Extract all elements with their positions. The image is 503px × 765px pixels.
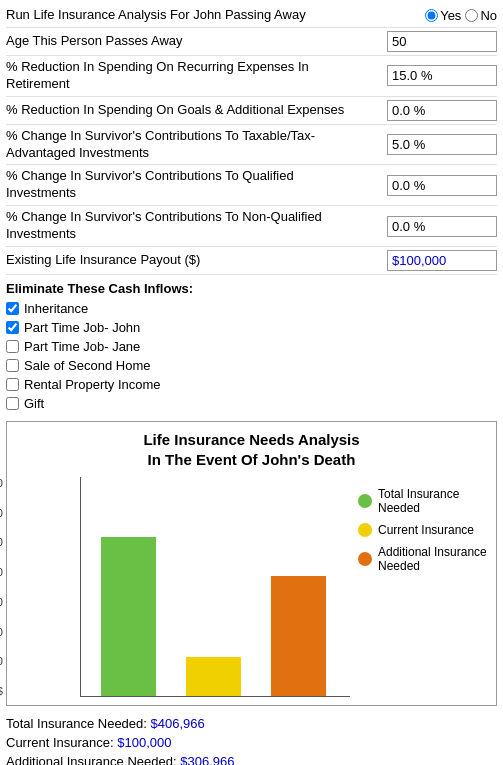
- chart-title-line2: In The Event Of John's Death: [148, 451, 356, 468]
- bars-container: [81, 477, 350, 696]
- legend-dot-0: [358, 494, 372, 508]
- chart-plot: [80, 477, 350, 697]
- chart-with-yaxis: $560,000$480,000$400,000$320,000$240,000…: [15, 477, 350, 697]
- chart-title-line1: Life Insurance Needs Analysis: [143, 431, 359, 448]
- checkbox-item-inheritance: Inheritance: [6, 299, 497, 318]
- bar-wrapper-1: [186, 477, 241, 696]
- change-taxable-input[interactable]: [387, 134, 497, 155]
- y-axis-label: $560,000: [0, 477, 3, 489]
- bar-0: [101, 537, 156, 696]
- checkbox-label-rental_income[interactable]: Rental Property Income: [24, 377, 161, 392]
- checkbox-label-inheritance[interactable]: Inheritance: [24, 301, 88, 316]
- legend-label-1: Current Insurance: [378, 523, 474, 537]
- summary-current-row: Current Insurance: $100,000: [6, 733, 497, 752]
- age-input[interactable]: [387, 31, 497, 52]
- checkbox-parttime_jane[interactable]: [6, 340, 19, 353]
- legend-item-1: Current Insurance: [358, 523, 488, 537]
- checkbox-rental_income[interactable]: [6, 378, 19, 391]
- insurance-payout-input[interactable]: [387, 250, 497, 271]
- legend-dot-1: [358, 523, 372, 537]
- checkbox-second_home[interactable]: [6, 359, 19, 372]
- checkbox-label-parttime_john[interactable]: Part Time Job- John: [24, 320, 140, 335]
- y-axis-label: $: [0, 685, 3, 697]
- chart-legend: Total Insurance NeededCurrent InsuranceA…: [358, 487, 488, 573]
- y-axis-label: $80,000: [0, 655, 3, 667]
- reduction-recurring-value-container: [357, 65, 497, 86]
- summary-total-value: $406,966: [151, 716, 205, 731]
- run-yes-label[interactable]: Yes: [425, 8, 461, 23]
- reduction-recurring-label: % Reduction In Spending On Recurring Exp…: [6, 59, 357, 93]
- reduction-goals-label: % Reduction In Spending On Goals & Addit…: [6, 102, 357, 119]
- run-no-radio[interactable]: [465, 9, 478, 22]
- chart-section: Life Insurance Needs Analysis In The Eve…: [6, 421, 497, 706]
- y-axis-label: $320,000: [0, 566, 3, 578]
- change-nonqualified-input[interactable]: [387, 216, 497, 237]
- insurance-payout-value-container: [357, 250, 497, 271]
- age-label: Age This Person Passes Away: [6, 33, 357, 50]
- reduction-recurring-input[interactable]: [387, 65, 497, 86]
- checkbox-label-parttime_jane[interactable]: Part Time Job- Jane: [24, 339, 140, 354]
- summary-additional-value: $306,966: [180, 754, 234, 765]
- legend-dot-2: [358, 552, 372, 566]
- bar-1: [186, 657, 241, 696]
- change-nonqualified-label: % Change In Survivor's Contributions To …: [6, 209, 357, 243]
- change-qualified-value-container: [357, 175, 497, 196]
- change-nonqualified-value-container: [357, 216, 497, 237]
- legend-item-0: Total Insurance Needed: [358, 487, 488, 515]
- change-qualified-input[interactable]: [387, 175, 497, 196]
- checkbox-item-parttime_john: Part Time Job- John: [6, 318, 497, 337]
- bar-wrapper-2: [271, 477, 326, 696]
- legend-label-2: Additional Insurance Needed: [378, 545, 488, 573]
- run-analysis-radio-group: Yes No: [357, 8, 497, 23]
- y-axis-label: $400,000: [0, 536, 3, 548]
- bar-2: [271, 576, 326, 696]
- age-value-container: [357, 31, 497, 52]
- checkbox-label-second_home[interactable]: Sale of Second Home: [24, 358, 150, 373]
- change-taxable-value-container: [357, 134, 497, 155]
- run-no-text: No: [480, 8, 497, 23]
- change-qualified-label: % Change In Survivor's Contributions To …: [6, 168, 357, 202]
- checkbox-inheritance[interactable]: [6, 302, 19, 315]
- y-axis-label: $240,000: [0, 596, 3, 608]
- change-taxable-label: % Change In Survivor's Contributions To …: [6, 128, 357, 162]
- summary-additional-row: Additional Insurance Needed: $306,966: [6, 752, 497, 765]
- summary-current-label: Current Insurance:: [6, 735, 114, 750]
- eliminate-header: Eliminate These Cash Inflows:: [6, 275, 497, 299]
- checkbox-item-gift: Gift: [6, 394, 497, 413]
- summary-total-label: Total Insurance Needed:: [6, 716, 147, 731]
- bar-wrapper-0: [101, 477, 156, 696]
- chart-area: $560,000$480,000$400,000$320,000$240,000…: [15, 477, 488, 697]
- reduction-goals-value-container: [357, 100, 497, 121]
- legend-item-2: Additional Insurance Needed: [358, 545, 488, 573]
- legend-label-0: Total Insurance Needed: [378, 487, 488, 515]
- summary-total-row: Total Insurance Needed: $406,966: [6, 714, 497, 733]
- run-yes-radio[interactable]: [425, 9, 438, 22]
- checkbox-item-parttime_jane: Part Time Job- Jane: [6, 337, 497, 356]
- checkbox-label-gift[interactable]: Gift: [24, 396, 44, 411]
- reduction-goals-input[interactable]: [387, 100, 497, 121]
- run-yes-text: Yes: [440, 8, 461, 23]
- checkbox-gift[interactable]: [6, 397, 19, 410]
- checkbox-item-second_home: Sale of Second Home: [6, 356, 497, 375]
- insurance-payout-label: Existing Life Insurance Payout ($): [6, 252, 357, 269]
- checkbox-list: InheritancePart Time Job- JohnPart Time …: [6, 299, 497, 413]
- run-no-label[interactable]: No: [465, 8, 497, 23]
- checkbox-item-rental_income: Rental Property Income: [6, 375, 497, 394]
- summary-additional-label: Additional Insurance Needed:: [6, 754, 177, 765]
- y-axis-label: $480,000: [0, 507, 3, 519]
- summary-current-value: $100,000: [117, 735, 171, 750]
- y-axis-labels: $560,000$480,000$400,000$320,000$240,000…: [0, 477, 3, 697]
- run-analysis-label: Run Life Insurance Analysis For John Pas…: [6, 7, 357, 24]
- y-axis-label: $160,000: [0, 626, 3, 638]
- chart-title: Life Insurance Needs Analysis In The Eve…: [15, 430, 488, 469]
- checkbox-parttime_john[interactable]: [6, 321, 19, 334]
